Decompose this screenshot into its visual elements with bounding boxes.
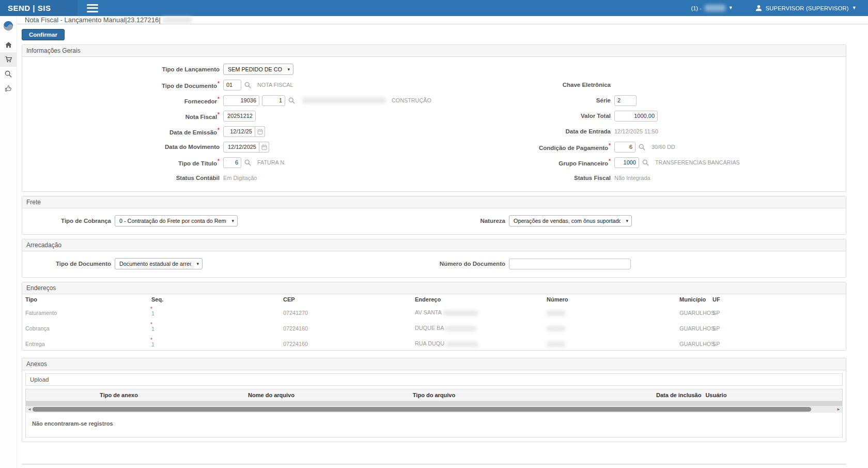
- field-label: Data de Entrada: [434, 128, 611, 134]
- column-header: Endereço: [415, 294, 547, 304]
- home-icon: [5, 41, 12, 49]
- field-label: Tipo de Documento: [22, 81, 220, 89]
- hamburger-menu-icon[interactable]: [87, 4, 98, 12]
- nota-fiscal-input[interactable]: [223, 111, 256, 122]
- column-header: Tipo do arquivo: [331, 392, 537, 398]
- field-label: Data de Emissão: [22, 127, 220, 135]
- field-label: Tipo de Cobrança: [22, 218, 111, 224]
- panel-header: Anexos: [22, 358, 846, 370]
- redacted-fornecedor-name: [302, 97, 386, 103]
- empty-row-strip: [26, 401, 842, 406]
- scroll-left-icon[interactable]: ◄: [27, 407, 32, 412]
- redacted-title-suffix: [163, 17, 192, 23]
- panel-header: Informações Gerais: [22, 45, 846, 57]
- table-row[interactable]: Faturamento *1 07241270 AV SANTA GUARULH…: [22, 304, 846, 319]
- field-label: Data do Movimento: [22, 144, 220, 150]
- required-marker: *: [150, 322, 281, 327]
- required-marker: *: [150, 307, 281, 311]
- sidebar-item-search[interactable]: [0, 67, 17, 81]
- tipo-titulo-lookup-button[interactable]: [244, 159, 252, 166]
- search-icon: [5, 70, 12, 78]
- tipo-documento-input[interactable]: [223, 80, 241, 90]
- anexos-table: Tipo de anexo Nome do arquivo Tipo do ar…: [25, 389, 843, 437]
- column-header: Data de inclusão: [656, 392, 701, 398]
- sidebar-item-home[interactable]: [0, 38, 17, 52]
- scrollbar-thumb[interactable]: [33, 407, 812, 412]
- required-marker: *: [150, 338, 281, 342]
- tipo-cobranca-select[interactable]: 0 - Contratação do Frete por conta do Re…: [115, 215, 238, 227]
- company-logo: [3, 20, 14, 32]
- tipo-lancamento-select[interactable]: SEM PEDIDO DE COMPRA ▾: [223, 64, 293, 75]
- tipo-documento-desc: NOTA FISCAL: [257, 82, 293, 88]
- fornecedor-lookup-button[interactable]: [288, 97, 296, 104]
- horizontal-scrollbar[interactable]: ◄ ►: [26, 406, 842, 413]
- table-row[interactable]: Entrega *1 07224160 RUA DUQU GUARULHOS S…: [22, 335, 846, 350]
- status-fiscal-value: Não Integrada: [614, 175, 650, 181]
- valor-total-input[interactable]: [614, 111, 658, 122]
- redacted-numero: [547, 310, 565, 316]
- field-label: Fornecedor: [22, 96, 220, 104]
- user-menu[interactable]: SUPERVISOR (SUPERVISOR) ▼: [755, 4, 857, 12]
- chevron-down-icon: ▼: [852, 6, 857, 10]
- sidebar-item-approvals[interactable]: [0, 81, 17, 96]
- panel-header: Arrecadação: [22, 239, 846, 251]
- topbar: SEND | SIS (1) - ▼ SUPERVISOR (SUPERVISO…: [0, 0, 868, 16]
- column-header: Usuário: [705, 392, 726, 398]
- grupo-financeiro-lookup-button[interactable]: [642, 159, 649, 166]
- confirm-button[interactable]: Confirmar: [22, 29, 65, 40]
- field-label: Status Contábil: [22, 175, 220, 181]
- column-header: Número: [547, 294, 679, 304]
- panel-arrecadacao: Arrecadação Tipo de Documento Documento …: [22, 239, 846, 278]
- calendar-icon[interactable]: [255, 126, 265, 137]
- app-brand: SEND | SIS: [0, 0, 78, 16]
- column-header: Município: [679, 294, 712, 304]
- search-icon: [639, 144, 645, 150]
- fornecedor-desc: CONSTRUÇÃO: [392, 97, 431, 103]
- column-header: UF: [712, 294, 846, 304]
- grupo-financeiro-input[interactable]: [614, 157, 639, 168]
- tipo-documento-lookup-button[interactable]: [244, 82, 252, 88]
- condicao-pagamento-lookup-button[interactable]: [638, 144, 646, 150]
- field-label: Série: [434, 97, 611, 103]
- field-label: Número do Documento: [434, 261, 505, 267]
- field-label: Condição de Pagamento: [434, 143, 611, 151]
- panel-header: Frete: [22, 197, 846, 208]
- thumbs-up-icon: [5, 85, 12, 92]
- tipo-titulo-input[interactable]: [223, 157, 241, 168]
- upload-section-toggle[interactable]: Upload: [25, 373, 843, 386]
- column-header: Tipo de anexo: [26, 392, 212, 398]
- redacted-branch-name: [705, 5, 725, 11]
- column-header: Seq.: [151, 294, 283, 304]
- column-header: CEP: [283, 294, 415, 304]
- scroll-right-icon[interactable]: ►: [836, 407, 841, 412]
- data-emissao-input[interactable]: [223, 126, 255, 137]
- table-row[interactable]: Cobrança *1 07224160 DUQUE BA GUARULHOS …: [22, 319, 846, 335]
- fornecedor-code-input[interactable]: [223, 95, 259, 106]
- search-icon: [244, 159, 251, 166]
- cart-icon: [5, 56, 12, 63]
- user-label: SUPERVISOR (SUPERVISOR): [766, 5, 849, 11]
- enderecos-table: Tipo Seq. CEP Endereço Número Município …: [22, 294, 846, 350]
- serie-input[interactable]: [614, 95, 637, 106]
- redacted-numero: [547, 341, 565, 347]
- chevron-down-icon: ▾: [287, 67, 290, 72]
- branch-selector[interactable]: (1) - ▼: [691, 5, 733, 11]
- natureza-select[interactable]: Operações de vendas, com ônus suportado …: [509, 215, 632, 227]
- page-title-bar: Nota Fiscal - Lançamento Manual|23.12721…: [17, 16, 868, 24]
- empty-message: Não encontraram-se registros: [26, 413, 842, 437]
- data-movimento-input[interactable]: [223, 142, 259, 153]
- condicao-pagamento-input[interactable]: [614, 142, 636, 153]
- numero-documento-input[interactable]: [509, 259, 631, 269]
- arrecadacao-tipo-documento-select[interactable]: Documento estadual de arrecadação ▾: [115, 258, 203, 269]
- fornecedor-seq-input[interactable]: [262, 95, 285, 106]
- panel-frete: Frete Tipo de Cobrança 0 - Contratação d…: [22, 196, 846, 235]
- branch-prefix: (1) -: [691, 5, 702, 11]
- field-label: Valor Total: [434, 113, 611, 119]
- calendar-icon[interactable]: [259, 142, 269, 153]
- condicao-pagamento-desc: 30/60 DD: [652, 144, 675, 150]
- user-icon: [755, 4, 763, 12]
- field-label: Chave Eletrônica: [434, 82, 611, 88]
- sidebar-item-purchases[interactable]: [0, 52, 17, 67]
- redacted-endereco: [445, 326, 476, 331]
- redacted-endereco: [446, 341, 478, 347]
